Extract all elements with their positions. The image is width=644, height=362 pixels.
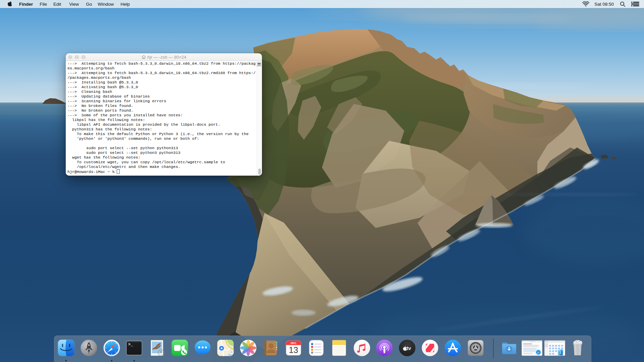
svg-text:tv: tv xyxy=(407,346,411,351)
svg-text:3D: 3D xyxy=(230,351,233,353)
svg-text:DEC: DEC xyxy=(291,342,297,345)
svg-text:13: 13 xyxy=(289,345,298,355)
svg-text:>_: >_ xyxy=(128,342,133,347)
